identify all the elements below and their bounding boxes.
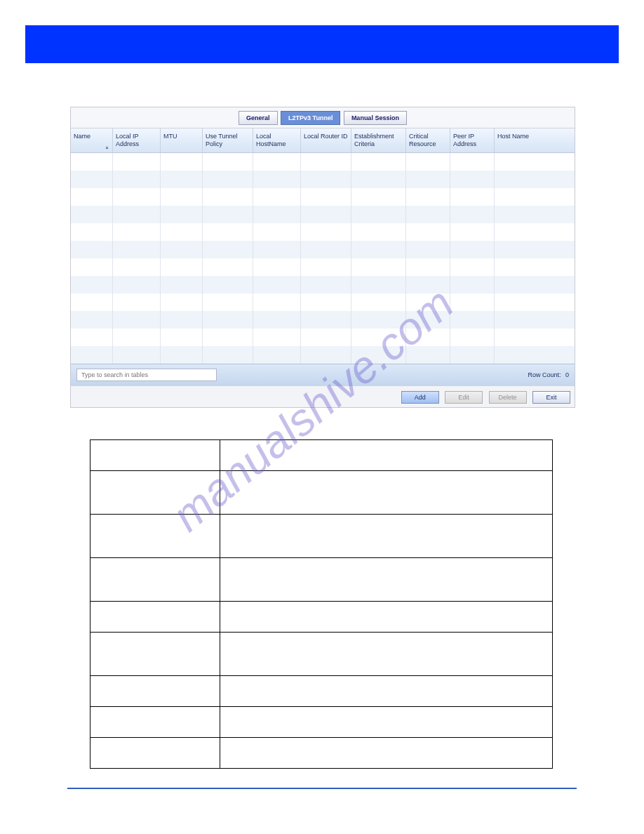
table-row: [71, 223, 575, 241]
table-row: [71, 153, 575, 171]
tab-general[interactable]: General: [239, 111, 278, 125]
table-row: [90, 676, 553, 707]
col-use-tunnel-policy[interactable]: Use Tunnel Policy: [203, 128, 253, 152]
table-footer: Row Count: 0: [71, 364, 575, 385]
tab-row: General L2TPv3 Tunnel Manual Session: [71, 107, 575, 128]
table-row: [90, 515, 553, 558]
table-row: [71, 188, 575, 206]
col-local-ip-address[interactable]: Local IP Address: [113, 128, 161, 152]
table-row: [90, 633, 553, 676]
col-peer-ip-address[interactable]: Peer IP Address: [450, 128, 495, 152]
search-input[interactable]: [76, 369, 217, 381]
row-count: Row Count: 0: [528, 371, 569, 378]
top-banner: [25, 25, 619, 63]
table-row: [90, 471, 553, 515]
delete-button[interactable]: Delete: [489, 391, 527, 404]
col-mtu[interactable]: MTU: [161, 128, 203, 152]
col-local-router-id[interactable]: Local Router ID: [301, 128, 351, 152]
tunnel-panel: General L2TPv3 Tunnel Manual Session Nam…: [70, 107, 575, 408]
col-label: Name: [74, 133, 90, 140]
col-name[interactable]: Name ▲: [71, 128, 113, 152]
col-local-hostname[interactable]: Local HostName: [253, 128, 301, 152]
edit-button[interactable]: Edit: [445, 391, 483, 404]
table-row: [71, 241, 575, 258]
table-row: [71, 346, 575, 364]
table-row: [90, 558, 553, 602]
col-critical-resource[interactable]: Critical Resource: [406, 128, 450, 152]
table-row: [90, 440, 553, 471]
table-row: [71, 258, 575, 276]
col-host-name[interactable]: Host Name: [495, 128, 575, 152]
table-body: [71, 153, 575, 364]
table-row: [90, 707, 553, 738]
row-count-value: 0: [565, 371, 569, 378]
col-establishment-criteria[interactable]: Establishment Criteria: [351, 128, 406, 152]
tab-manual-session[interactable]: Manual Session: [344, 111, 407, 125]
table-row: [90, 738, 553, 769]
add-button[interactable]: Add: [401, 391, 439, 404]
table-row: [71, 171, 575, 188]
table-header: Name ▲ Local IP Address MTU Use Tunnel P…: [71, 128, 575, 153]
table-row: [71, 311, 575, 329]
row-count-label: Row Count:: [528, 371, 561, 378]
footer-rule: [67, 788, 577, 789]
description-table: [90, 439, 553, 769]
table-row: [71, 276, 575, 293]
table-row: [71, 293, 575, 311]
table-row: [71, 329, 575, 346]
tab-l2tpv3-tunnel[interactable]: L2TPv3 Tunnel: [281, 111, 340, 125]
table-row: [90, 602, 553, 633]
button-bar: Add Edit Delete Exit: [71, 385, 575, 407]
table-row: [71, 206, 575, 223]
sort-asc-icon: ▲: [105, 145, 109, 150]
exit-button[interactable]: Exit: [532, 391, 570, 404]
